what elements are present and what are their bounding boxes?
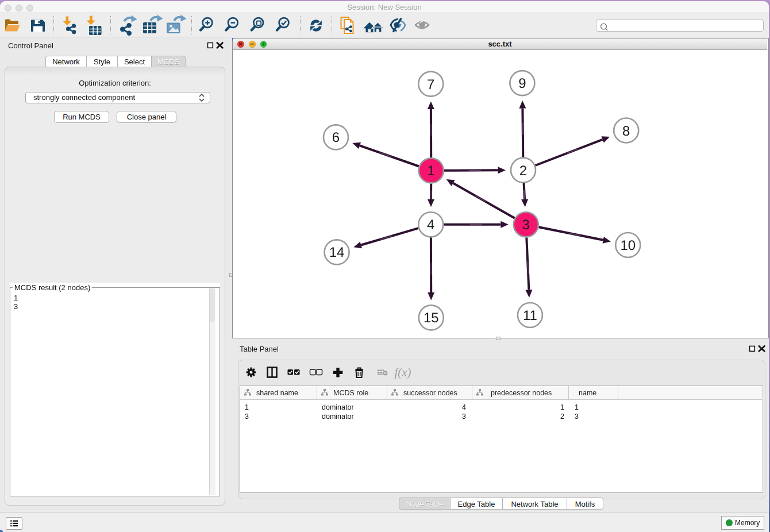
svg-text:9: 9	[518, 76, 526, 91]
svg-text:15: 15	[423, 310, 438, 326]
svg-text:8: 8	[622, 124, 630, 139]
svg-text:10: 10	[620, 238, 636, 253]
svg-text:3: 3	[522, 217, 529, 233]
svg-text:1: 1	[427, 163, 434, 179]
svg-text:4: 4	[427, 217, 434, 233]
svg-text:14: 14	[329, 245, 344, 260]
svg-text:11: 11	[522, 308, 537, 323]
svg-text:2: 2	[519, 163, 526, 179]
svg-text:f(x): f(x)	[394, 365, 411, 379]
svg-text:7: 7	[427, 77, 434, 92]
svg-text:6: 6	[332, 130, 339, 145]
